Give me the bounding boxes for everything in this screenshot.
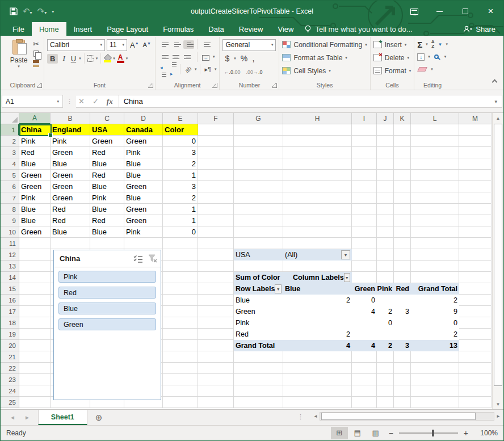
cell-I14[interactable] [352, 272, 377, 283]
cell-G25[interactable] [234, 397, 283, 408]
cell-E10[interactable]: 0 [163, 226, 198, 238]
cell-L1[interactable] [411, 124, 459, 136]
tell-me-box[interactable]: Tell me what you want to do... [304, 22, 412, 36]
scroll-down-icon[interactable]: ▼ [493, 399, 503, 409]
cell-A9[interactable]: Blue [19, 215, 51, 226]
column-header-M[interactable]: M [459, 113, 492, 124]
pivot-value-cell[interactable] [394, 295, 411, 306]
tab-view[interactable]: View [270, 22, 301, 36]
cell-J6[interactable] [377, 181, 394, 192]
font-dialog-launcher-icon[interactable] [148, 83, 153, 88]
cell-I24[interactable] [352, 385, 377, 397]
cell-F4[interactable] [198, 158, 234, 170]
cell-K22[interactable] [394, 363, 411, 374]
page-layout-view-button[interactable]: ▤ [349, 427, 366, 439]
cell-L21[interactable] [411, 351, 459, 363]
cell-A20[interactable] [19, 340, 51, 351]
maximize-button[interactable] [452, 1, 478, 22]
cell-K8[interactable] [394, 204, 411, 215]
cell-F2[interactable] [198, 136, 234, 147]
cell-B7[interactable]: Green [51, 192, 90, 204]
pivot-value-cell[interactable]: 2 [283, 329, 352, 340]
cell-K13[interactable] [394, 261, 411, 272]
cell-F23[interactable] [198, 374, 234, 385]
cell-E16[interactable] [163, 295, 198, 306]
cell-I13[interactable] [352, 261, 377, 272]
pivot-value-cell[interactable] [377, 329, 394, 340]
cell-K1[interactable] [394, 124, 411, 136]
cell-I11[interactable] [352, 238, 377, 249]
row-header-8[interactable]: 8 [1, 204, 19, 215]
cell-C7[interactable]: Pink [90, 192, 124, 204]
number-dialog-launcher-icon[interactable] [272, 83, 277, 88]
cell-F1[interactable] [198, 124, 234, 136]
cell-A15[interactable] [19, 283, 51, 295]
cell-A13[interactable] [19, 261, 51, 272]
cell-M8[interactable] [459, 204, 492, 215]
cell-L12[interactable] [411, 249, 459, 261]
cell-K2[interactable] [394, 136, 411, 147]
pivot-row-labels[interactable]: Row Labels▼ [234, 283, 283, 295]
pivot-value-cell[interactable]: 9 [411, 306, 459, 317]
cell-J2[interactable] [377, 136, 394, 147]
cell-H5[interactable] [283, 170, 352, 181]
undo-icon[interactable]: ↶▾ [23, 6, 32, 16]
cell-M6[interactable] [459, 181, 492, 192]
cell-G21[interactable] [234, 351, 283, 363]
cell-F15[interactable] [198, 283, 234, 295]
column-header-I[interactable]: I [352, 113, 377, 124]
cell-C10[interactable]: Blue [90, 226, 124, 238]
pivot-value-cell[interactable]: 2 [411, 329, 459, 340]
cell-A10[interactable]: Green [19, 226, 51, 238]
merge-dropdown-arrow[interactable]: ▾ [213, 54, 215, 59]
cell-G1[interactable] [234, 124, 283, 136]
row-header-17[interactable]: 17 [1, 306, 19, 317]
merge-center-button[interactable]: ↔ [200, 51, 211, 63]
cell-I1[interactable] [352, 124, 377, 136]
pivot-value-cell[interactable]: 2 [283, 295, 352, 306]
cell-E14[interactable] [163, 272, 198, 283]
collapse-ribbon-icon[interactable] [492, 79, 498, 85]
cell-K7[interactable] [394, 192, 411, 204]
horizontal-scrollbar-thumb[interactable] [321, 413, 476, 420]
pivot-value-label[interactable]: Sum of Color [234, 272, 291, 283]
cell-E2[interactable]: 0 [163, 136, 198, 147]
cell-F10[interactable] [198, 226, 234, 238]
cell-F21[interactable] [198, 351, 234, 363]
text-direction-button[interactable]: ▸¶ [203, 65, 213, 74]
cell-D5[interactable]: Blue [124, 170, 163, 181]
insert-function-icon[interactable]: fx [107, 97, 113, 106]
cell-L7[interactable] [411, 192, 459, 204]
pivot-value-cell[interactable] [352, 329, 377, 340]
pivot-col-header-green[interactable]: Green [352, 283, 377, 295]
cell-E5[interactable]: 1 [163, 170, 198, 181]
cell-H1[interactable] [283, 124, 352, 136]
cell-F17[interactable] [198, 306, 234, 317]
cell-B11[interactable] [51, 238, 90, 249]
pivot-value-cell[interactable]: 2 [377, 306, 394, 317]
paste-button[interactable]: Paste ▾ [5, 39, 33, 81]
pivot-row-labels-dropdown-button[interactable]: ▼ [275, 284, 282, 293]
font-color-button[interactable]: A [117, 54, 124, 63]
orientation-button[interactable]: ab [182, 63, 195, 75]
cell-I5[interactable] [352, 170, 377, 181]
cell-E7[interactable]: 2 [163, 192, 198, 204]
cell-A12[interactable] [19, 249, 51, 261]
cell-A18[interactable] [19, 317, 51, 329]
borders-button[interactable] [87, 55, 94, 62]
cell-M15[interactable] [459, 283, 492, 295]
cell-A22[interactable] [19, 363, 51, 374]
tabs-scrollbar-divider[interactable]: ⋮ [297, 413, 304, 421]
cell-F22[interactable] [198, 363, 234, 374]
column-header-E[interactable]: E [163, 113, 198, 124]
fill-color-dropdown-arrow[interactable]: ▾ [113, 56, 115, 61]
cell-G13[interactable] [234, 261, 283, 272]
cell-D11[interactable] [124, 238, 163, 249]
cell-I7[interactable] [352, 192, 377, 204]
cell-H7[interactable] [283, 192, 352, 204]
cell-L10[interactable] [411, 226, 459, 238]
cell-G7[interactable] [234, 192, 283, 204]
cell-K5[interactable] [394, 170, 411, 181]
cell-J1[interactable] [377, 124, 394, 136]
previous-sheet-icon[interactable]: ◄ [10, 414, 15, 421]
